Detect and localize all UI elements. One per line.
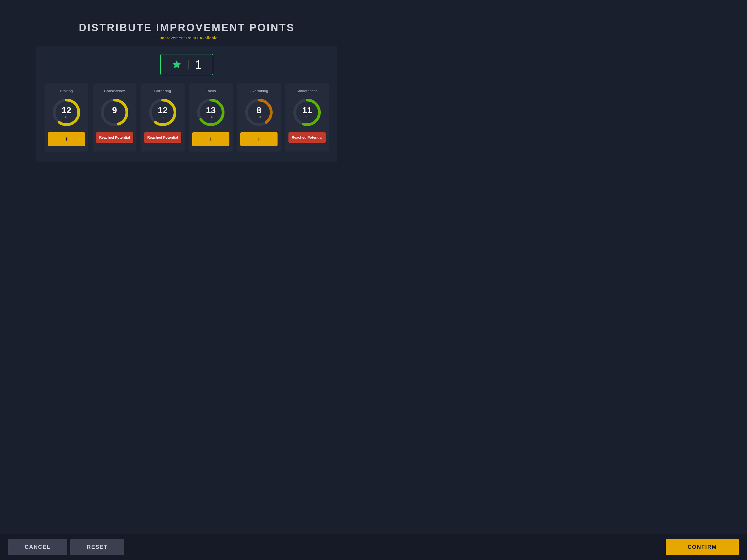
skill-potential-val-1: 9	[114, 115, 115, 119]
skill-card-focus: Focus 13 14 +	[189, 83, 233, 152]
points-display: 1	[160, 54, 213, 75]
skill-card-smoothness: Smoothness 11 11 Reached Potential	[285, 83, 329, 152]
add-skill-button-3[interactable]: +	[192, 132, 229, 146]
circle-values-2: 12 12	[158, 106, 168, 119]
add-skill-button-0[interactable]: +	[48, 132, 85, 146]
skill-card-cornering: Cornering 12 12 Reached Potential	[141, 83, 185, 152]
skill-circle-2: 12 12	[148, 97, 178, 127]
reached-label-1: Reached Potential	[96, 132, 133, 143]
circle-values-4: 8 10	[256, 106, 261, 119]
skill-current-val-2: 12	[158, 106, 168, 114]
skill-circle-0: 12 13	[51, 97, 81, 127]
page-title: DISTRIBUTE IMPROVEMENT POINTS	[79, 22, 294, 34]
skill-name-5: Smoothness	[297, 89, 317, 93]
skill-circle-3: 13 14	[196, 97, 226, 127]
reached-label-5: Reached Potential	[288, 132, 326, 143]
skill-potential-val-2: 12	[161, 115, 164, 119]
skill-current-val-3: 13	[206, 106, 216, 114]
add-skill-button-4[interactable]: +	[240, 132, 278, 146]
skill-card-braking: Braking 12 13 +	[45, 83, 88, 152]
divider	[188, 59, 189, 70]
skill-current-val-5: 11	[302, 106, 312, 114]
subtitle: 1 Improvement Points Available	[156, 36, 217, 40]
points-value: 1	[195, 58, 202, 71]
skill-potential-val-4: 10	[257, 115, 261, 119]
skill-name-2: Cornering	[154, 89, 171, 93]
skill-card-overtaking: Overtaking 8 10 +	[237, 83, 281, 152]
skill-name-3: Focus	[206, 89, 216, 93]
circle-values-5: 11 11	[302, 106, 312, 119]
skill-current-val-0: 12	[61, 106, 71, 114]
skills-grid: Braking 12 13 + Consistency	[45, 83, 329, 152]
skill-potential-val-5: 11	[305, 115, 309, 119]
reached-label-2: Reached Potential	[144, 132, 181, 143]
star-icon	[172, 59, 182, 70]
circle-values-1: 9 9	[112, 106, 117, 119]
skill-circle-1: 9 9	[100, 97, 130, 127]
skill-potential-val-3: 14	[209, 115, 212, 119]
skill-circle-4: 8 10	[244, 97, 274, 127]
skill-card-consistency: Consistency 9 9 Reached Potential	[93, 83, 136, 152]
circle-values-0: 12 13	[61, 106, 71, 119]
skill-current-val-4: 8	[256, 106, 261, 114]
skill-name-4: Overtaking	[250, 89, 268, 93]
skill-name-1: Consistency	[104, 89, 125, 93]
skill-circle-5: 11 11	[292, 97, 322, 127]
circle-values-3: 13 14	[206, 106, 216, 119]
skill-name-0: Braking	[60, 89, 73, 93]
main-panel: 1 Braking 12 13 + Consistency	[36, 46, 337, 162]
skill-potential-val-0: 13	[65, 115, 68, 119]
skill-current-val-1: 9	[112, 106, 117, 114]
